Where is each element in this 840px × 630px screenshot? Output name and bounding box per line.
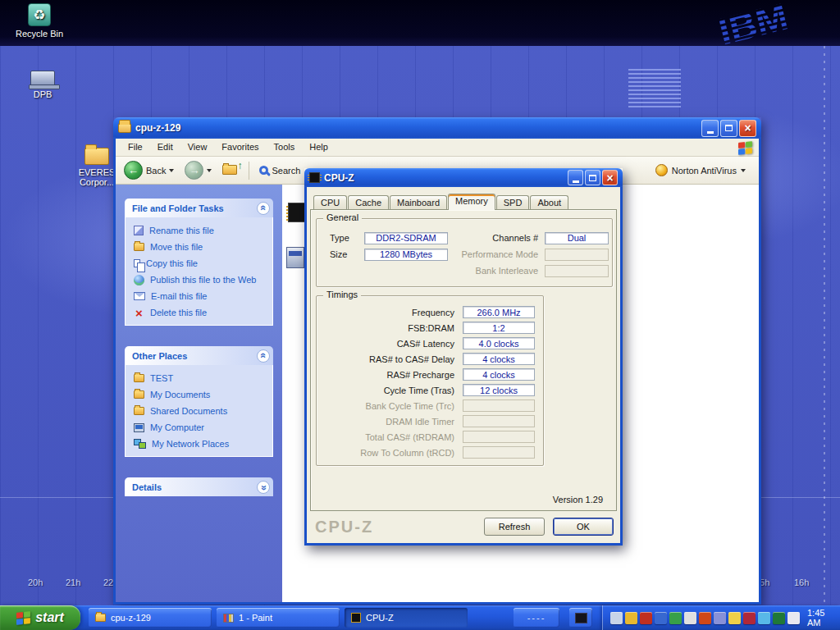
expand-chevron-icon[interactable]	[257, 481, 270, 494]
close-button[interactable]	[602, 170, 618, 185]
globe-icon	[134, 275, 144, 285]
taskbar-task-explorer[interactable]: cpu-z-129	[89, 608, 212, 628]
task-delete-file[interactable]: Delete this file	[134, 304, 269, 321]
wallpaper-dotted-line	[824, 46, 825, 607]
close-button[interactable]	[739, 120, 756, 137]
ras-precharge-value: 4 clocks	[463, 368, 535, 381]
task-label: CPU-Z	[366, 613, 394, 623]
wallpaper-stripes	[628, 69, 681, 110]
task-publish-file[interactable]: Publish this file to the Web	[134, 272, 269, 288]
place-label: TEST	[150, 373, 173, 383]
file-tasks-header[interactable]: File and Folder Tasks	[125, 199, 273, 217]
maximize-button[interactable]	[720, 120, 737, 137]
delete-icon	[134, 308, 144, 318]
collapse-chevron-icon[interactable]	[257, 202, 270, 215]
back-dropdown-icon[interactable]	[169, 169, 174, 172]
place-shared-documents[interactable]: Shared Documents	[134, 403, 269, 419]
folder-glyph	[84, 148, 109, 165]
tab-about[interactable]: About	[530, 195, 568, 209]
minimize-button[interactable]	[701, 120, 719, 137]
explorer-titlebar[interactable]: cpu-z-129	[113, 117, 761, 139]
tray-icon[interactable]	[669, 612, 682, 624]
task-email-file[interactable]: E-mail this file	[134, 288, 269, 304]
app-icon	[575, 613, 587, 623]
task-move-file[interactable]: Move this file	[134, 239, 269, 255]
start-button[interactable]: start	[0, 605, 80, 630]
menu-view[interactable]: View	[180, 139, 215, 156]
details-panel: Details	[125, 477, 273, 496]
cas-latency-value: 4.0 clocks	[463, 337, 535, 349]
taskbar-clock: 1:45 AM	[807, 608, 833, 628]
tray-icon[interactable]	[773, 612, 785, 624]
tray-icons	[610, 612, 800, 624]
cpuz-title: CPU-Z	[324, 172, 354, 184]
tab-memory[interactable]: Memory	[448, 194, 495, 210]
task-label: Delete this file	[150, 308, 207, 317]
network-icon	[134, 439, 146, 449]
tray-icon[interactable]	[610, 612, 623, 624]
chip-icon	[351, 613, 361, 623]
type-value: DDR2-SDRAM	[364, 232, 448, 244]
timings-groupbox: Timings Frequency266.0 MHz FSB:DRAM1:2 C…	[316, 295, 544, 466]
taskbar-mini-button[interactable]	[569, 608, 592, 628]
refresh-button[interactable]: Refresh	[484, 518, 545, 536]
tray-icon[interactable]	[655, 612, 667, 624]
total-cas-value	[463, 431, 535, 443]
details-header[interactable]: Details	[125, 477, 273, 496]
desktop: IBM Recycle Bin DPB EVERES Corpor... 20h…	[0, 0, 840, 630]
start-label: start	[35, 610, 64, 625]
cpuz-titlebar[interactable]: CPU-Z	[304, 168, 623, 187]
chip-icon	[309, 172, 320, 183]
menu-file[interactable]: File	[121, 139, 150, 156]
task-rename-file[interactable]: Rename this file	[134, 222, 269, 239]
tray-icon[interactable]	[758, 612, 770, 624]
place-my-documents[interactable]: My Documents	[134, 386, 269, 403]
menu-favorites[interactable]: Favorites	[214, 139, 266, 156]
taskbar-collapsed-toolbar[interactable]: ----	[514, 608, 559, 628]
up-button[interactable]	[219, 162, 242, 179]
tray-icon[interactable]	[788, 612, 800, 624]
place-my-computer[interactable]: My Computer	[134, 419, 269, 436]
maximize-icon	[589, 175, 596, 181]
tray-icon[interactable]	[640, 612, 652, 624]
tab-cache[interactable]: Cache	[348, 195, 389, 209]
other-places-header[interactable]: Other Places	[125, 346, 273, 365]
tray-icon[interactable]	[743, 612, 756, 624]
taskbar-task-paint[interactable]: 1 - Paint	[217, 608, 340, 628]
dpb-icon[interactable]: DPB	[13, 71, 72, 99]
maximize-button[interactable]	[585, 170, 600, 185]
tray-icon[interactable]	[714, 612, 726, 624]
tray-icon[interactable]	[625, 612, 637, 624]
menu-edit[interactable]: Edit	[150, 139, 180, 156]
tray-icon[interactable]	[728, 612, 741, 624]
collapse-chevron-icon[interactable]	[257, 349, 270, 363]
search-button[interactable]: Search	[256, 163, 304, 178]
ok-button[interactable]: OK	[553, 518, 614, 536]
tab-spd[interactable]: SPD	[496, 195, 530, 209]
menu-tools[interactable]: Tools	[267, 139, 303, 156]
task-label: Rename this file	[149, 226, 214, 235]
menu-help[interactable]: Help	[302, 139, 336, 156]
tray-icon[interactable]	[684, 612, 696, 624]
task-copy-file[interactable]: Copy this file	[134, 255, 269, 272]
tab-mainboard[interactable]: Mainboard	[390, 195, 447, 209]
forward-button[interactable]	[181, 158, 215, 182]
task-label: cpu-z-129	[111, 613, 151, 623]
file-tasks-panel: File and Folder Tasks Rename this file M…	[125, 199, 273, 326]
folder-icon	[134, 374, 144, 382]
row-to-column-value	[463, 446, 535, 459]
place-my-network[interactable]: My Network Places	[134, 436, 269, 452]
fsb-dram-value: 1:2	[463, 322, 535, 334]
recycle-bin-icon[interactable]: Recycle Bin	[10, 3, 69, 39]
recycle-bin-glyph	[28, 3, 51, 26]
minimize-button[interactable]	[568, 170, 583, 185]
place-test[interactable]: TEST	[134, 370, 269, 386]
file-icon[interactable]	[286, 247, 304, 268]
task-label: Move this file	[150, 242, 203, 252]
norton-antivirus-dropdown[interactable]: Norton AntiVirus	[655, 164, 754, 176]
details-title: Details	[132, 482, 162, 492]
taskbar-task-cpuz[interactable]: CPU-Z	[345, 608, 468, 628]
back-button[interactable]: Back	[121, 158, 177, 182]
tray-icon[interactable]	[699, 612, 711, 624]
tab-cpu[interactable]: CPU	[313, 195, 347, 209]
